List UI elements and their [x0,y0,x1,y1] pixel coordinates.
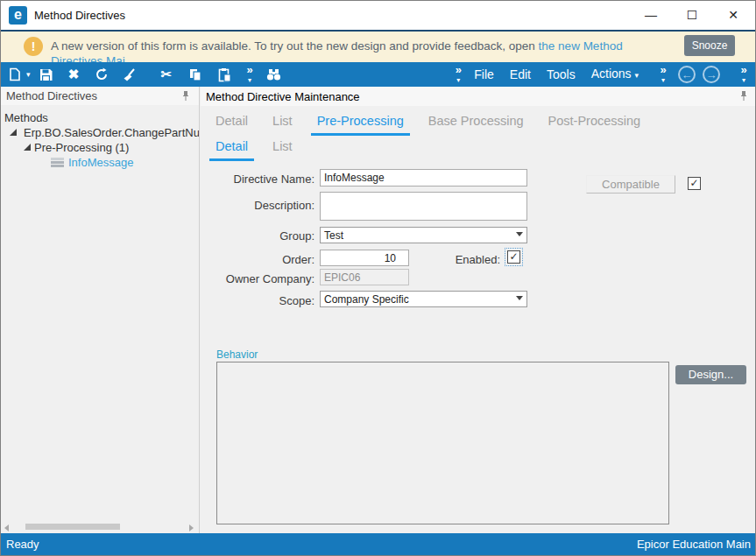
tree-panel-header: Method Directives [1,87,199,105]
directive-name-input[interactable]: InfoMessage [320,169,527,187]
directive-icon [51,157,65,168]
tab-base-processing[interactable]: Base Processing [422,110,530,136]
main-panel-header: Method Directive Maintenance [201,87,756,106]
enabled-checkbox[interactable]: ✓ [507,250,520,264]
chevron-down-icon: ▾ [736,76,752,83]
scope-label: Scope: [211,294,314,307]
order-input[interactable]: 10 [320,250,409,266]
delete-button[interactable]: ✖ [63,62,84,87]
tab-strip-level1: Detail List Pre-Processing Base Processi… [209,110,659,136]
banner-message: A new version of this form is available.… [51,39,664,62]
owner-company-input: EPIC06 [320,269,409,285]
status-bar: Ready Epicor Education Main [1,533,755,555]
banner-text: A new version of this form is available.… [51,39,539,53]
environment-text: Epicor Education Main [637,538,751,551]
tab-post-processing[interactable]: Post-Processing [542,110,647,136]
delete-icon: ✖ [68,67,80,82]
tree-horizontal-scrollbar[interactable] [1,522,199,532]
paste-button[interactable] [214,62,235,87]
main-panel-title: Method Directive Maintenance [206,90,360,103]
new-button[interactable] [4,62,25,87]
expander-expanded-icon[interactable] [10,129,17,136]
chevron-down-icon: ▾ [242,76,258,83]
menu-overflow-left-button[interactable]: » ▾ [450,66,466,83]
tree-root[interactable]: Methods [4,110,199,125]
tree-node-infomessage[interactable]: InfoMessage [4,155,199,170]
back-arrow-icon: ← [682,68,693,81]
actions-caret-icon: ▾ [634,71,639,80]
expander-expanded-icon[interactable] [24,144,31,151]
clear-button[interactable] [119,62,140,87]
menu-actions[interactable]: Actions ▾ [583,61,646,88]
tree-node-preprocessing[interactable]: Pre-Processing (1) [4,140,199,155]
save-button[interactable] [35,62,56,87]
scroll-left-arrow-icon[interactable] [4,524,9,531]
forward-arrow-icon: → [706,68,717,81]
chevron-right-icon: » [450,66,466,76]
window-title: Method Directives [34,9,125,22]
pin-icon[interactable] [739,90,748,104]
cut-scissors-icon: ✂ [161,67,173,82]
tree-node-method[interactable]: Erp.BO.SalesOrder.ChangePartNum [4,125,199,140]
scope-dropdown[interactable]: Company Specific [320,291,527,307]
tab-detail[interactable]: Detail [209,110,254,136]
refresh-icon [94,67,110,82]
compatible-checkbox[interactable]: ✓ [688,177,701,190]
minimize-button[interactable]: — [631,1,671,29]
group-value: Test [324,229,343,242]
tree-node-label: Erp.BO.SalesOrder.ChangePartNum [24,126,199,139]
behavior-canvas[interactable] [216,362,669,524]
cut-button[interactable]: ✂ [156,62,177,87]
new-form-link[interactable]: the new Method [539,39,623,53]
menu-file[interactable]: File [466,62,502,87]
chevron-right-icon: » [655,66,671,76]
owner-company-label: Owner Company: [211,272,314,285]
navigate-forward-button[interactable]: → [703,66,720,83]
scroll-right-arrow-icon[interactable] [189,524,194,531]
scrollbar-thumb[interactable] [25,524,120,530]
menu-edit[interactable]: Edit [502,62,539,87]
new-version-banner: ! A new version of this form is availabl… [1,30,755,62]
design-button[interactable]: Design... [675,365,746,384]
app-window: e Method Directives — ☐ ✕ ! A new versio… [0,0,756,556]
search-button[interactable] [263,62,284,87]
new-form-link-line2[interactable]: Directives Mai [51,54,125,62]
menu-overflow-mid-button[interactable]: » ▾ [655,66,671,83]
group-label: Group: [211,229,314,243]
maximize-button[interactable]: ☐ [672,1,712,29]
new-dropdown-caret-icon[interactable]: ▾ [26,70,35,79]
chevron-down-icon: ▾ [655,76,671,83]
epicor-logo-icon: e [9,6,27,25]
navigate-back-button[interactable]: ← [678,66,696,83]
description-input[interactable] [320,192,527,221]
close-button[interactable]: ✕ [713,1,753,29]
refresh-button[interactable] [91,62,112,87]
tab-list[interactable]: List [266,110,299,136]
save-icon [39,67,53,82]
tree-panel-title: Method Directives [6,89,97,102]
chevron-down-icon: ▾ [450,76,466,83]
menu-overflow-right-button[interactable]: » ▾ [736,66,752,83]
main-toolbar: ▾ ✖ ✂ [1,62,755,87]
subtab-detail[interactable]: Detail [209,136,254,161]
pin-icon[interactable] [181,90,190,104]
menu-tools[interactable]: Tools [539,62,583,87]
toolbar-overflow-button[interactable]: » ▾ [242,66,258,83]
snooze-button[interactable]: Snooze [684,35,735,56]
warning-icon: ! [24,37,43,56]
chevron-right-icon: » [242,66,258,76]
tab-strip-level2: Detail List [209,136,311,161]
methods-tree: Methods Erp.BO.SalesOrder.ChangePartNum … [1,105,199,170]
paste-icon [217,67,232,82]
enabled-label: Enabled: [404,253,500,266]
title-bar: e Method Directives — ☐ ✕ [1,1,755,30]
new-document-icon [8,67,22,81]
copy-button[interactable] [185,62,206,87]
tree-panel: Method Directives Methods Erp.BO.SalesOr… [1,87,200,535]
tree-node-label-selected: InfoMessage [68,156,133,169]
compatible-button[interactable]: Compatible [586,175,675,194]
subtab-list[interactable]: List [266,136,299,161]
directive-name-label: Directive Name: [211,172,314,186]
tab-pre-processing[interactable]: Pre-Processing [311,110,410,136]
group-dropdown[interactable]: Test [320,227,527,243]
